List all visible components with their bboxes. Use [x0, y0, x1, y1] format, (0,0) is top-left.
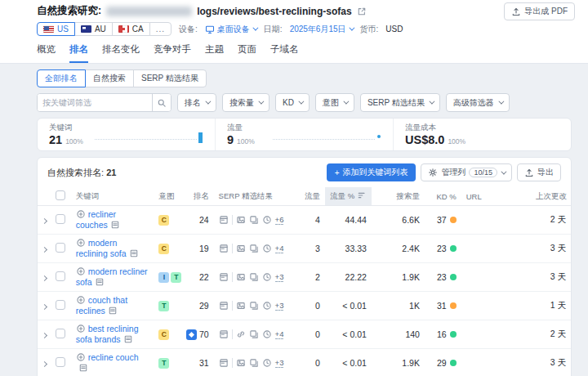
row-checkbox[interactable] — [56, 357, 65, 367]
more-serp-features[interactable]: +3 — [275, 272, 284, 282]
row-checkbox[interactable] — [56, 329, 65, 338]
manage-columns-button[interactable]: 管理列 10/15 — [421, 163, 512, 181]
country-tab-us[interactable]: US — [37, 22, 75, 36]
country-tab-au[interactable]: AU — [74, 22, 113, 36]
col-traffic[interactable]: 流量 — [293, 187, 325, 206]
image-carousel-icon[interactable] — [249, 329, 259, 339]
expand-chevron-icon[interactable] — [42, 247, 47, 253]
serp-preview-icon[interactable] — [123, 334, 133, 344]
keyword-filter-input[interactable] — [38, 94, 152, 111]
more-serp-features[interactable]: +6 — [275, 215, 284, 225]
serp-snapshot-icon[interactable] — [219, 244, 229, 253]
filter-intent[interactable]: 意图 — [315, 93, 354, 112]
sitelinks-icon[interactable] — [236, 329, 246, 339]
external-link-icon[interactable] — [357, 7, 367, 16]
subtab-all-rankings[interactable]: 全部排名 — [37, 69, 86, 87]
keyword-link[interactable]: modern recliner sofa — [76, 266, 148, 287]
col-serp-features[interactable]: SERP 精选结果 — [214, 187, 294, 206]
country-more-button[interactable]: ... — [149, 22, 172, 36]
more-serp-features[interactable]: +3 — [275, 301, 284, 311]
row-checkbox[interactable] — [56, 271, 65, 281]
date-dropdown[interactable]: 2025年6月15日 — [290, 24, 353, 35]
expand-chevron-icon[interactable] — [42, 333, 47, 338]
table-row[interactable]: recliner couches C 24 +6 4 44.44 6.6K — [38, 206, 571, 235]
col-updated[interactable]: 上次更改 — [531, 187, 571, 206]
expand-chevron-icon[interactable] — [42, 361, 47, 367]
expand-chevron-icon[interactable] — [42, 275, 47, 281]
clock-icon[interactable] — [262, 358, 272, 368]
add-to-keyword-list-button[interactable]: + 添加到关键词列表 — [327, 163, 416, 181]
tab-topics[interactable]: 主题 — [205, 43, 224, 63]
add-keyword-icon[interactable] — [76, 266, 86, 276]
serp-preview-icon[interactable] — [129, 248, 139, 258]
add-keyword-icon[interactable] — [76, 324, 86, 333]
filter-volume[interactable]: 搜索量 — [222, 93, 270, 112]
tab-pages[interactable]: 页面 — [238, 43, 256, 63]
keyword-link[interactable]: recline couch — [88, 352, 139, 362]
clock-icon[interactable] — [262, 244, 272, 253]
tab-position-changes[interactable]: 排名变化 — [102, 43, 140, 63]
table-row[interactable]: best reclining sofa brands C 70 +4 0 < 0… — [38, 320, 571, 349]
table-row[interactable]: recline couch T 31 +3 0 < 0.01 1.9K — [38, 349, 571, 376]
tab-positions[interactable]: 排名 — [69, 43, 88, 63]
export-pdf-button[interactable]: 导出成 PDF — [504, 2, 575, 20]
col-kd[interactable]: KD % — [425, 187, 461, 206]
export-table-button[interactable]: 导出 — [517, 163, 561, 181]
clock-icon[interactable] — [262, 301, 272, 311]
serp-snapshot-icon[interactable] — [219, 301, 229, 311]
serp-preview-icon[interactable] — [110, 220, 120, 230]
add-keyword-icon[interactable] — [76, 352, 86, 362]
image-carousel-icon[interactable] — [249, 215, 259, 225]
table-row[interactable]: modern reclining sofa C 19 +4 3 33.33 2.… — [38, 235, 571, 263]
more-serp-features[interactable]: +4 — [275, 329, 284, 339]
image-carousel-icon[interactable] — [249, 358, 259, 368]
col-traffic-pct[interactable]: 流量 % — [325, 187, 372, 206]
subtab-serp-features[interactable]: SERP 精选结果 — [133, 69, 207, 87]
serp-preview-icon[interactable] — [78, 363, 88, 373]
serp-snapshot-icon[interactable] — [219, 358, 229, 368]
table-row[interactable]: modern recliner sofa IT 22 +3 2 22.22 1.… — [38, 263, 571, 292]
image-pack-icon[interactable] — [236, 272, 246, 282]
subtab-organic[interactable]: 自然搜索 — [85, 69, 134, 87]
serp-preview-icon[interactable] — [108, 306, 118, 316]
clock-icon[interactable] — [262, 215, 272, 225]
tab-subdomains[interactable]: 子域名 — [270, 43, 299, 63]
image-pack-icon[interactable] — [236, 358, 246, 368]
country-tab-ca[interactable]: CA — [112, 22, 150, 36]
clock-icon[interactable] — [262, 329, 272, 339]
add-keyword-icon[interactable] — [76, 238, 86, 248]
filter-positions[interactable]: 排名 — [177, 93, 216, 112]
more-serp-features[interactable]: +4 — [275, 244, 284, 253]
col-intent[interactable]: 意图 — [154, 187, 189, 206]
col-volume[interactable]: 搜索量 — [372, 187, 425, 206]
image-pack-icon[interactable] — [236, 244, 246, 253]
search-button[interactable] — [152, 94, 171, 111]
tab-competitors[interactable]: 竞争对手 — [154, 43, 191, 63]
tab-overview[interactable]: 概览 — [37, 43, 56, 63]
select-all-checkbox[interactable] — [56, 190, 65, 200]
serp-snapshot-icon[interactable] — [219, 215, 229, 225]
row-checkbox[interactable] — [56, 300, 65, 310]
more-serp-features[interactable]: +3 — [275, 358, 284, 368]
device-dropdown[interactable]: 桌面设备 — [205, 24, 256, 35]
image-carousel-icon[interactable] — [249, 272, 259, 282]
col-keyword[interactable]: 关键词 — [71, 187, 154, 206]
table-row[interactable]: couch that reclines T 29 +3 0 < 0.01 1K — [38, 292, 571, 320]
add-keyword-icon[interactable] — [76, 295, 86, 305]
col-url[interactable]: URL — [461, 187, 531, 206]
filter-serp-features[interactable]: SERP 精选结果 — [360, 93, 440, 112]
row-checkbox[interactable] — [56, 243, 65, 253]
serp-preview-icon[interactable] — [95, 277, 105, 287]
expand-chevron-icon[interactable] — [42, 218, 47, 224]
serp-snapshot-icon[interactable] — [219, 329, 229, 339]
filter-advanced[interactable]: 高级筛选器 — [446, 93, 510, 112]
clock-icon[interactable] — [262, 272, 272, 282]
expand-chevron-icon[interactable] — [42, 304, 47, 310]
image-carousel-icon[interactable] — [249, 244, 259, 253]
add-keyword-icon[interactable] — [76, 209, 86, 219]
filter-kd[interactable]: KD — [275, 93, 310, 112]
serp-snapshot-icon[interactable] — [219, 272, 229, 282]
image-carousel-icon[interactable] — [249, 301, 259, 311]
image-pack-icon[interactable] — [236, 215, 246, 225]
row-checkbox[interactable] — [56, 214, 65, 224]
